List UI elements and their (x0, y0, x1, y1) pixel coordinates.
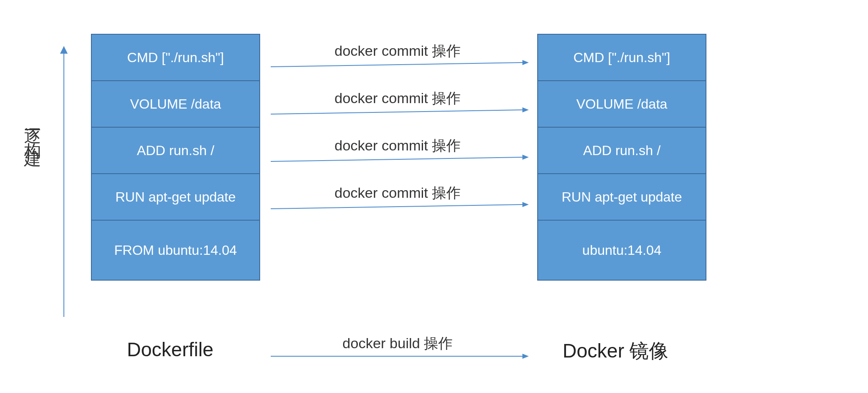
layer-volume: VOLUME /data (92, 81, 259, 128)
docker-image-stack: CMD ["./run.sh"] VOLUME /data ADD run.sh… (537, 34, 706, 281)
commit-arrow-3: docker commit 操作 (271, 136, 525, 158)
svg-marker-9 (522, 354, 529, 359)
build-arrow: docker build 操作 (271, 334, 525, 356)
dockerfile-stack: CMD ["./run.sh"] VOLUME /data ADD run.sh… (91, 34, 260, 281)
commit-arrow-4: docker commit 操作 (271, 183, 525, 205)
svg-line-4 (271, 157, 522, 161)
layer-run: RUN apt-get update (92, 174, 259, 221)
vertical-build-label: 逐一构建 (21, 114, 44, 145)
layer-from: FROM ubuntu:14.04 (92, 221, 259, 280)
svg-marker-7 (522, 202, 529, 207)
image-layer-add: ADD run.sh / (538, 128, 706, 174)
svg-line-2 (271, 110, 522, 114)
image-layer-run: RUN apt-get update (538, 174, 706, 221)
image-layer-cmd: CMD ["./run.sh"] (538, 35, 706, 81)
layer-add: ADD run.sh / (92, 128, 259, 174)
build-direction-arrow (63, 46, 64, 317)
image-layer-volume: VOLUME /data (538, 81, 706, 128)
dockerfile-title: Dockerfile (127, 338, 214, 361)
commit-arrow-2: docker commit 操作 (271, 89, 525, 111)
svg-line-0 (271, 63, 522, 67)
svg-marker-3 (522, 107, 529, 112)
docker-image-title: Docker 镜像 (563, 338, 668, 364)
svg-marker-1 (522, 60, 529, 65)
layer-cmd: CMD ["./run.sh"] (92, 35, 259, 81)
commit-arrow-1: docker commit 操作 (271, 41, 525, 63)
image-layer-base: ubuntu:14.04 (538, 221, 706, 280)
svg-line-6 (271, 205, 522, 209)
svg-marker-5 (522, 155, 529, 160)
